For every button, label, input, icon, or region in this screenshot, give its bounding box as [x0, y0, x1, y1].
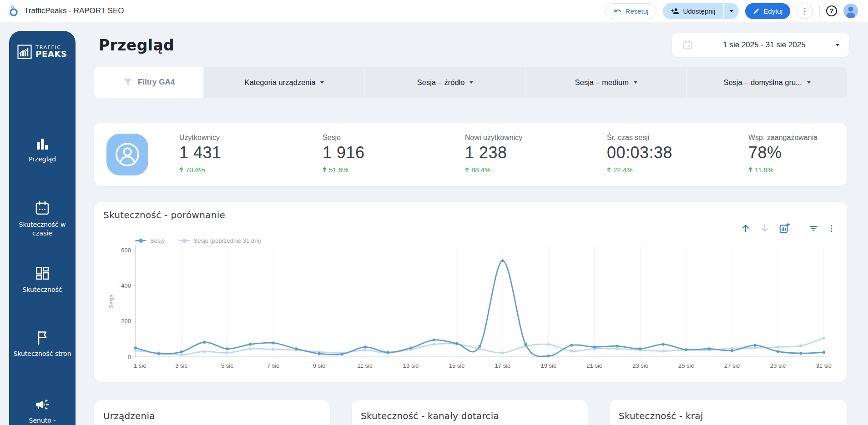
kpi-value: 1 238	[465, 143, 507, 162]
y-axis-label: Sesje	[108, 295, 115, 308]
dashboard-icon	[34, 265, 50, 281]
date-range-value: 1 sie 2025 - 31 sie 2025	[693, 40, 836, 50]
kpi-delta-value: 22.4%	[613, 166, 633, 174]
kpi-label: Wsp. zaangażowania	[748, 134, 818, 142]
sidebar-item-senuto[interactable]: Senuto -	[10, 397, 74, 425]
reset-button[interactable]: Resetuj	[606, 3, 657, 19]
pencil-icon	[753, 8, 760, 15]
kpi-value: 1 431	[179, 143, 222, 162]
share-button-label: Udostępnij	[683, 7, 715, 15]
kpi-new-users: Nowi użytkownicy 1 238 88.4%	[465, 134, 522, 174]
sidebar-item-skutecznosc-w-czasie[interactable]: Skuteczność w czasie	[10, 200, 74, 238]
kpi-delta: 70.6%	[179, 166, 205, 174]
logo-line2: PEAKS	[35, 50, 67, 59]
bar-chart-icon	[35, 136, 50, 151]
svg-text:31 sie: 31 sie	[816, 362, 832, 369]
card-title: Skuteczność - kraj	[619, 410, 847, 421]
kpi-value: 1 916	[323, 143, 365, 162]
filter-lines-icon[interactable]	[808, 223, 818, 233]
up-arrow-icon	[748, 167, 752, 173]
filter-label: Kategoria urządzenia	[244, 78, 315, 87]
svg-text:17 sie: 17 sie	[495, 362, 511, 369]
chart-more-vert-icon[interactable]: ⋮	[828, 224, 835, 233]
kpi-delta-value: 51.6%	[329, 166, 348, 174]
more-options-button[interactable]: ⋮	[797, 3, 813, 19]
kpi-label: Nowi użytkownicy	[465, 134, 522, 142]
card-title: Urządzenia	[103, 410, 330, 421]
kpi-delta: 11.9%	[748, 166, 773, 174]
legend-marker-current	[135, 240, 146, 242]
brand: TrafficPeaks - RAPORT SEO	[8, 5, 124, 17]
svg-text:5 sie: 5 sie	[221, 362, 233, 369]
help-button[interactable]: ?	[826, 5, 837, 16]
add-chart-icon[interactable]	[779, 223, 790, 234]
funnel-icon	[123, 77, 133, 87]
svg-text:27 sie: 27 sie	[724, 362, 740, 369]
date-range-picker[interactable]: 1 sie 2025 - 31 sie 2025	[672, 33, 849, 57]
svg-text:1 sie: 1 sie	[134, 362, 146, 369]
avatar-person-icon	[843, 4, 858, 18]
legend-item-previous[interactable]: Sesje (poprzednie 31 dni)	[179, 237, 261, 244]
sidebar-item-skutecznosc-stron[interactable]: Skuteczność stron	[10, 330, 74, 358]
sidebar-item-label: Skuteczność stron	[13, 350, 71, 358]
filter-session-medium[interactable]: Sesja – medium	[526, 67, 686, 98]
svg-text:7 sie: 7 sie	[267, 362, 279, 369]
edit-button[interactable]: Edytuj	[745, 3, 790, 19]
sidebar-item-label: Przegląd	[29, 155, 56, 164]
flag-icon	[35, 330, 50, 345]
legend-marker-previous	[179, 240, 190, 242]
move-down-icon[interactable]	[760, 223, 770, 233]
filter-label: Sesja – medium	[575, 78, 629, 87]
svg-text:29 sie: 29 sie	[770, 362, 786, 369]
filter-label: Sesja – źródło	[417, 78, 465, 87]
move-up-icon[interactable]	[741, 223, 751, 233]
kpi-label: Sesje	[323, 134, 341, 142]
svg-text:11 sie: 11 sie	[357, 362, 373, 369]
up-arrow-icon	[607, 167, 611, 173]
sidebar-item-label: Senuto -	[29, 416, 56, 425]
kpi-delta: 22.4%	[607, 166, 633, 174]
kpi-users: Użytkownicy 1 431 70.6%	[179, 134, 222, 174]
sidebar-item-przeglad[interactable]: Przegląd	[10, 136, 74, 164]
kpi-value: 00:03:38	[607, 143, 672, 162]
sidebar: TRAFFIC PEAKS Przegląd	[9, 31, 76, 425]
kpi-delta: 51.6%	[323, 166, 348, 174]
up-arrow-icon	[179, 167, 183, 173]
users-icon-badge	[106, 134, 148, 175]
chevron-down-icon	[836, 44, 839, 46]
more-vert-icon: ⋮	[801, 6, 809, 16]
filter-device-category[interactable]: Kategoria urządzenia	[204, 67, 364, 98]
topbar-divider	[819, 5, 820, 17]
svg-text:3 sie: 3 sie	[175, 362, 187, 369]
toolbar-divider	[799, 223, 799, 234]
report-title: TrafficPeaks - RAPORT SEO	[24, 6, 124, 15]
share-button[interactable]: Udostępnij	[663, 3, 723, 19]
up-arrow-icon	[465, 167, 469, 173]
filter-session-default-group[interactable]: Sesja – domyślna gru...	[687, 67, 847, 98]
person-add-icon	[671, 7, 679, 15]
share-options-caret[interactable]	[724, 3, 739, 19]
svg-text:9 sie: 9 sie	[313, 362, 325, 369]
filter-session-source[interactable]: Sesja – źródło	[365, 67, 525, 98]
svg-text:21 sie: 21 sie	[586, 362, 602, 369]
sidebar-item-skutecznosc[interactable]: Skuteczność	[10, 265, 74, 294]
chevron-down-icon	[320, 81, 324, 84]
filter-label: Sesja – domyślna gru...	[723, 78, 802, 87]
svg-text:15 sie: 15 sie	[449, 362, 465, 369]
share-split-button: Udostępnij	[663, 3, 739, 19]
legend-item-current[interactable]: Sesje	[135, 237, 165, 244]
reset-button-label: Resetuj	[626, 7, 649, 15]
help-icon: ?	[830, 7, 834, 15]
svg-text:25 sie: 25 sie	[678, 362, 694, 369]
calendar-date-icon	[682, 40, 693, 50]
app-root: TrafficPeaks - RAPORT SEO Resetuj	[0, 0, 868, 425]
up-arrow-icon	[323, 167, 327, 173]
svg-text:19 sie: 19 sie	[540, 362, 556, 369]
avatar[interactable]	[843, 4, 858, 18]
chevron-down-icon	[730, 10, 733, 12]
svg-text:200: 200	[121, 318, 131, 325]
topbar-actions: Resetuj Udostępnij	[606, 3, 858, 19]
svg-text:13 sie: 13 sie	[403, 362, 419, 369]
country-card: Skuteczność - kraj	[610, 400, 847, 425]
comparison-chart-plot[interactable]: 02004006001 sie3 sie5 sie7 sie9 sie11 si…	[94, 202, 847, 382]
